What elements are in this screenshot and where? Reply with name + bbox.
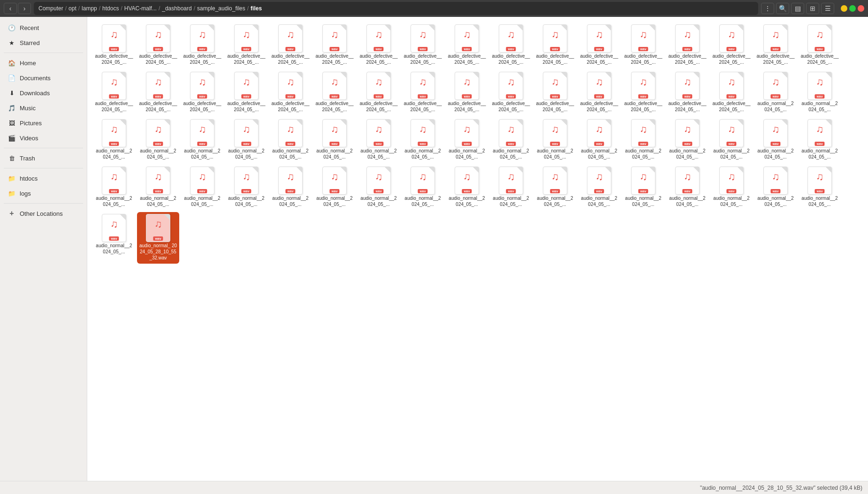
file-item[interactable]: ♫ wav audio_defective__2024_05_...	[93, 23, 135, 68]
file-item[interactable]: ♫ wav audio_defective__2024_05_...	[313, 23, 356, 68]
file-item[interactable]: ♫ wav audio_normal__2024_05_...	[754, 70, 797, 115]
file-item[interactable]: ♫ wav audio_normal__2024_05_...	[402, 165, 444, 210]
sidebar-item-videos[interactable]: 🎬 Videos	[2, 131, 85, 145]
forward-button[interactable]: ›	[18, 3, 31, 14]
file-item[interactable]: ♫ wav audio_normal__2024_05_...	[666, 165, 708, 210]
file-item[interactable]: ♫ wav audio_normal__2024_05_...	[358, 117, 400, 163]
file-item[interactable]: ♫ wav audio_normal__2024_05_...	[710, 165, 753, 210]
search-button[interactable]: 🔍	[776, 3, 789, 14]
file-item[interactable]: ♫ wav audio_normal__2024_05_...	[446, 165, 488, 210]
file-item[interactable]: ♫ wav audio_normal__2024_05_...	[93, 117, 135, 163]
file-item[interactable]: ♫ wav audio_normal__2024_05_...	[269, 165, 312, 210]
breadcrumb-dashboard[interactable]: _dashboard	[162, 5, 191, 12]
file-item[interactable]: ♫ wav audio_normal__2024_05_...	[578, 165, 620, 210]
view-mode-button[interactable]: ⊞	[806, 3, 819, 14]
file-item[interactable]: ♫ wav audio_normal__2024_05_...	[313, 117, 356, 163]
breadcrumb-hvac[interactable]: HVAC-malf...	[124, 5, 157, 12]
maximize-button[interactable]	[849, 5, 856, 12]
file-item[interactable]: ♫ wav audio_normal__2024_05_...	[137, 165, 179, 210]
file-item[interactable]: ♫ wav audio_normal__2024_05_...	[622, 165, 664, 210]
file-item[interactable]: ♫ wav audio_normal__2024_05_...	[181, 165, 223, 210]
file-item[interactable]: ♫ wav audio_defective__2024_05_...	[578, 23, 620, 68]
file-item[interactable]: ♫ wav audio_defective__2024_05_...	[358, 70, 400, 115]
file-item[interactable]: ♫ wav audio_normal__2024_05_...	[93, 212, 135, 264]
sidebar-item-documents[interactable]: 📄 Documents	[2, 71, 85, 85]
file-item[interactable]: ♫ wav audio_defective__2024_05_...	[402, 23, 444, 68]
file-item[interactable]: ♫ wav audio_defective__2024_05_...	[446, 70, 488, 115]
file-item[interactable]: ♫ wav audio_normal__2024_05_...	[490, 117, 532, 163]
breadcrumb-lampp[interactable]: lampp	[82, 5, 97, 12]
file-item[interactable]: ♫ wav audio_normal_ 2024_05_28_10_55 _32…	[137, 212, 179, 264]
file-item[interactable]: ♫ wav audio_defective__2024_05_...	[622, 23, 664, 68]
file-item[interactable]: ♫ wav audio_normal__2024_05_...	[313, 165, 356, 210]
file-item[interactable]: ♫ wav audio_defective__2024_05_...	[754, 23, 797, 68]
breadcrumb-htdocs[interactable]: htdocs	[102, 5, 119, 12]
sidebar-item-other-locations[interactable]: + Other Locations	[2, 206, 85, 220]
file-item[interactable]: ♫ wav audio_defective__2024_05_...	[269, 70, 312, 115]
file-item[interactable]: ♫ wav audio_defective__2024_05_...	[225, 23, 267, 68]
file-item[interactable]: ♫ wav audio_normal__2024_05_...	[137, 117, 179, 163]
file-item[interactable]: ♫ wav audio_normal__2024_05_...	[578, 117, 620, 163]
close-button[interactable]	[858, 5, 864, 12]
file-item[interactable]: ♫ wav audio_normal__2024_05_...	[799, 117, 841, 163]
file-item[interactable]: ♫ wav audio_defective__2024_05_...	[622, 70, 664, 115]
sidebar-item-recent[interactable]: 🕐 Recent	[2, 21, 85, 35]
minimize-button[interactable]	[841, 5, 847, 12]
file-item[interactable]: ♫ wav audio_defective__2024_05_...	[534, 23, 576, 68]
file-item[interactable]: ♫ wav audio_defective__2024_05_...	[710, 70, 753, 115]
sidebar-item-home[interactable]: 🏠 Home	[2, 56, 85, 70]
file-item[interactable]: ♫ wav audio_normal__2024_05_...	[269, 117, 312, 163]
file-item[interactable]: ♫ wav audio_defective__2024_05_...	[578, 70, 620, 115]
breadcrumb-opt[interactable]: opt	[69, 5, 76, 12]
file-item[interactable]: ♫ wav audio_normal__2024_05_...	[446, 117, 488, 163]
file-item[interactable]: ♫ wav audio_defective__2024_05_...	[666, 23, 708, 68]
file-item[interactable]: ♫ wav audio_normal__2024_05_...	[225, 165, 267, 210]
file-item[interactable]: ♫ wav audio_normal__2024_05_...	[754, 117, 797, 163]
file-item[interactable]: ♫ wav audio_defective__2024_05_...	[358, 23, 400, 68]
file-item[interactable]: ♫ wav audio_normal__2024_05_...	[358, 165, 400, 210]
sidebar-item-starred[interactable]: ★ Starred	[2, 36, 85, 50]
file-item[interactable]: ♫ wav audio_normal__2024_05_...	[490, 165, 532, 210]
file-item[interactable]: ♫ wav audio_defective__2024_05_...	[225, 70, 267, 115]
file-item[interactable]: ♫ wav audio_normal__2024_05_...	[799, 165, 841, 210]
sidebar-item-pictures[interactable]: 🖼 Pictures	[2, 116, 85, 130]
file-item[interactable]: ♫ wav audio_normal__2024_05_...	[754, 165, 797, 210]
sidebar-item-music[interactable]: 🎵 Music	[2, 101, 85, 115]
sidebar-item-trash[interactable]: 🗑 Trash	[2, 151, 85, 165]
breadcrumb-computer[interactable]: Computer	[38, 5, 63, 12]
breadcrumb-sample-audio[interactable]: sample_audio_files	[197, 5, 245, 12]
file-item[interactable]: ♫ wav audio_defective__2024_05_...	[181, 70, 223, 115]
file-item[interactable]: ♫ wav audio_defective__2024_05_...	[137, 70, 179, 115]
more-options-button[interactable]: ⋮	[761, 3, 774, 14]
breadcrumb-files[interactable]: files	[251, 5, 262, 12]
file-item[interactable]: ♫ wav audio_normal__2024_05_...	[181, 117, 223, 163]
back-button[interactable]: ‹	[4, 3, 17, 14]
file-item[interactable]: ♫ wav audio_defective__2024_05_...	[710, 23, 753, 68]
file-item[interactable]: ♫ wav audio_normal__2024_05_...	[93, 165, 135, 210]
menu-button[interactable]: ☰	[821, 3, 834, 14]
file-item[interactable]: ♫ wav audio_defective__2024_05_...	[534, 70, 576, 115]
file-item[interactable]: ♫ wav audio_normal__2024_05_...	[225, 117, 267, 163]
sidebar-item-logs[interactable]: 📁 logs	[2, 186, 85, 200]
file-item[interactable]: ♫ wav audio_normal__2024_05_...	[799, 70, 841, 115]
file-item[interactable]: ♫ wav audio_defective__2024_05_...	[490, 23, 532, 68]
file-item[interactable]: ♫ wav audio_defective__2024_05_...	[446, 23, 488, 68]
file-item[interactable]: ♫ wav audio_normal__2024_05_...	[402, 117, 444, 163]
view-toggle-button[interactable]: ▤	[791, 3, 804, 14]
sidebar-item-downloads[interactable]: ⬇ Downloads	[2, 86, 85, 100]
file-item[interactable]: ♫ wav audio_defective__2024_05_...	[402, 70, 444, 115]
file-item[interactable]: ♫ wav audio_normal__2024_05_...	[534, 165, 576, 210]
file-item[interactable]: ♫ wav audio_defective__2024_05_...	[799, 23, 841, 68]
file-item[interactable]: ♫ wav audio_normal__2024_05_...	[666, 117, 708, 163]
file-item[interactable]: ♫ wav audio_defective__2024_05_...	[93, 70, 135, 115]
file-item[interactable]: ♫ wav audio_normal__2024_05_...	[710, 117, 753, 163]
file-item[interactable]: ♫ wav audio_defective__2024_05_...	[181, 23, 223, 68]
file-item[interactable]: ♫ wav audio_normal__2024_05_...	[622, 117, 664, 163]
file-item[interactable]: ♫ wav audio_defective__2024_05_...	[490, 70, 532, 115]
file-item[interactable]: ♫ wav audio_defective__2024_05_...	[313, 70, 356, 115]
file-item[interactable]: ♫ wav audio_defective__2024_05_...	[666, 70, 708, 115]
sidebar-item-htdocs[interactable]: 📁 htdocs	[2, 171, 85, 185]
file-item[interactable]: ♫ wav audio_normal__2024_05_...	[534, 117, 576, 163]
file-item[interactable]: ♫ wav audio_defective__2024_05_...	[269, 23, 312, 68]
file-item[interactable]: ♫ wav audio_defective__2024_05_...	[137, 23, 179, 68]
